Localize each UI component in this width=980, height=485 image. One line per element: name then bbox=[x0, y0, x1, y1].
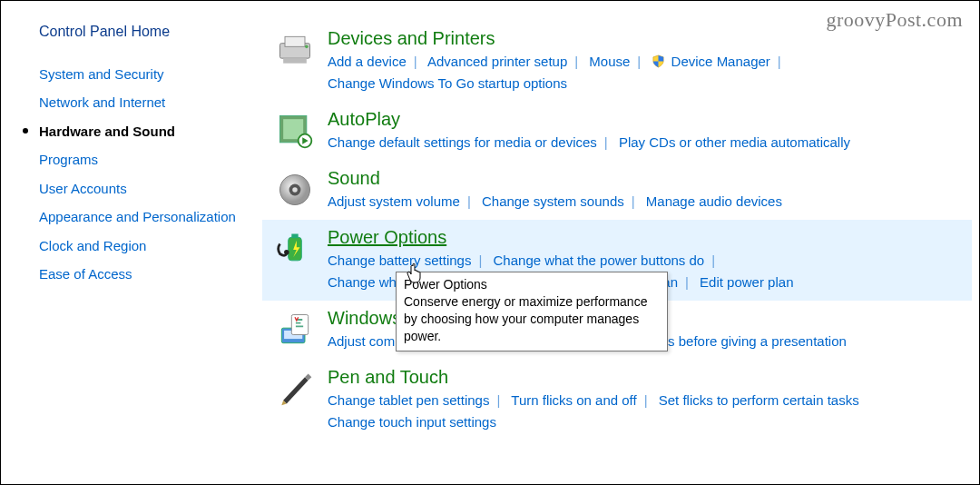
link-edit-plan[interactable]: Edit power plan bbox=[700, 274, 793, 290]
pen-touch-title[interactable]: Pen and Touch bbox=[328, 367, 448, 388]
sidebar-item-ease-of-access[interactable]: Ease of Access bbox=[17, 260, 244, 289]
svg-rect-11 bbox=[291, 234, 298, 239]
link-advanced-printer-setup[interactable]: Advanced printer setup bbox=[427, 54, 567, 69]
uac-shield-icon bbox=[652, 53, 665, 66]
sidebar-item-user-accounts[interactable]: User Accounts bbox=[17, 174, 244, 203]
svg-rect-1 bbox=[285, 36, 305, 46]
tooltip-body: Conserve energy or maximize performance … bbox=[404, 293, 660, 345]
link-device-manager[interactable]: Device Manager bbox=[671, 54, 770, 69]
pen-touch-icon bbox=[275, 369, 315, 409]
link-set-flicks[interactable]: Set flicks to perform certain tasks bbox=[659, 392, 859, 408]
svg-point-12 bbox=[284, 250, 289, 255]
svg-point-9 bbox=[292, 187, 298, 193]
link-autoplay-defaults[interactable]: Change default settings for media or dev… bbox=[328, 134, 597, 150]
link-tablet-pen[interactable]: Change tablet pen settings bbox=[328, 392, 489, 408]
devices-printers-icon bbox=[275, 30, 315, 70]
svg-point-3 bbox=[305, 45, 309, 49]
power-options-icon bbox=[275, 229, 315, 269]
autoplay-icon bbox=[275, 111, 315, 151]
link-touch-input[interactable]: Change touch input settings bbox=[328, 414, 496, 430]
autoplay-title[interactable]: AutoPlay bbox=[328, 109, 400, 130]
sound-icon bbox=[275, 170, 315, 210]
svg-rect-15 bbox=[291, 315, 308, 335]
sidebar-item-network-internet[interactable]: Network and Internet bbox=[17, 88, 244, 117]
link-adjust-volume[interactable]: Adjust system volume bbox=[328, 193, 460, 209]
link-power-buttons[interactable]: Change what the power buttons do bbox=[494, 252, 705, 268]
sidebar-item-clock-region[interactable]: Clock and Region bbox=[17, 232, 244, 261]
mobility-center-icon bbox=[275, 310, 315, 350]
link-battery-settings[interactable]: Change battery settings bbox=[328, 252, 471, 268]
category-sound: Sound Adjust system volume| Change syste… bbox=[262, 161, 972, 220]
sidebar-item-programs[interactable]: Programs bbox=[17, 145, 244, 174]
power-options-title[interactable]: Power Options bbox=[328, 227, 446, 248]
category-devices-printers: Devices and Printers Add a device| Advan… bbox=[262, 21, 972, 102]
link-play-cds[interactable]: Play CDs or other media automatically bbox=[619, 134, 850, 150]
link-manage-audio[interactable]: Manage audio devices bbox=[646, 193, 782, 209]
link-turn-flicks[interactable]: Turn flicks on and off bbox=[511, 392, 636, 408]
category-autoplay: AutoPlay Change default settings for med… bbox=[262, 102, 972, 161]
link-windows-to-go[interactable]: Change Windows To Go startup options bbox=[328, 75, 567, 91]
devices-printers-title[interactable]: Devices and Printers bbox=[328, 28, 495, 49]
sidebar-item-appearance-personalization[interactable]: Appearance and Personalization bbox=[17, 203, 244, 232]
tooltip-title: Power Options bbox=[404, 276, 660, 293]
tooltip-power-options: Power Options Conserve energy or maximiz… bbox=[396, 272, 668, 351]
svg-rect-2 bbox=[283, 58, 307, 64]
sound-title[interactable]: Sound bbox=[328, 168, 380, 189]
control-panel-home-link[interactable]: Control Panel Home bbox=[17, 17, 244, 47]
sidebar-item-hardware-sound[interactable]: Hardware and Sound bbox=[17, 117, 244, 146]
category-pen-touch: Pen and Touch Change tablet pen settings… bbox=[262, 360, 972, 440]
link-change-sounds[interactable]: Change system sounds bbox=[482, 193, 624, 209]
link-add-device[interactable]: Add a device bbox=[328, 54, 407, 69]
link-mouse[interactable]: Mouse bbox=[589, 54, 630, 69]
main-content: Devices and Printers Add a device| Advan… bbox=[262, 17, 972, 468]
sidebar: Control Panel Home System and Security N… bbox=[17, 17, 262, 468]
cursor-hand-icon bbox=[407, 262, 425, 287]
sidebar-item-system-security[interactable]: System and Security bbox=[17, 60, 244, 89]
